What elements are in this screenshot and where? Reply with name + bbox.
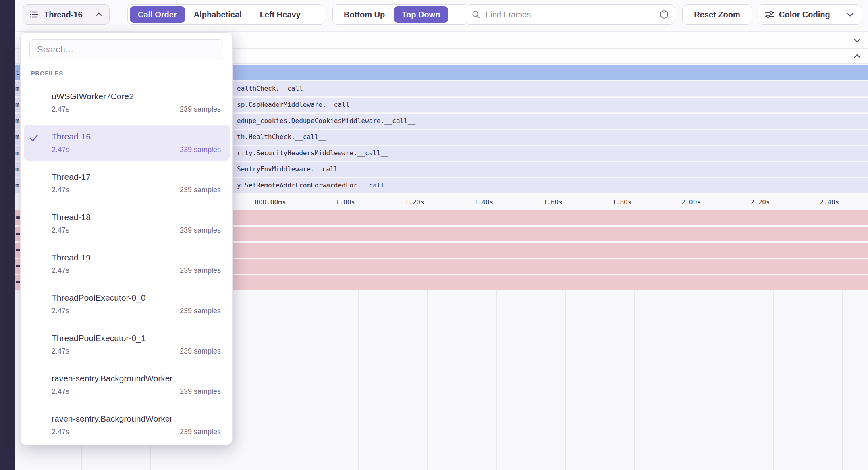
frame-label-left-fragment: m bbox=[15, 165, 19, 173]
profile-duration: 2.47s bbox=[52, 347, 69, 356]
axis-gridline bbox=[634, 290, 635, 470]
profile-sample-count: 239 samples bbox=[180, 266, 221, 275]
sort-call-order-button[interactable]: Call Order bbox=[130, 6, 185, 23]
chevron-up-icon bbox=[94, 10, 104, 19]
profile-list-item[interactable]: ThreadPoolExecutor-0_02.47s239 samples bbox=[21, 283, 233, 323]
sort-left-heavy-button[interactable]: Left Heavy bbox=[251, 10, 309, 19]
dropdown-search-input[interactable] bbox=[29, 39, 223, 60]
profiles-section-label: PROFILES bbox=[31, 70, 63, 77]
color-coding-label: Color Coding bbox=[779, 10, 830, 19]
profile-name: Thread-18 bbox=[52, 212, 91, 223]
frame-label-left-fragment: m bbox=[15, 149, 19, 157]
profile-list-item[interactable]: Thread-182.47s239 samples bbox=[21, 202, 233, 242]
sort-order-group: Call Order Alphabetical Left Heavy bbox=[127, 4, 325, 25]
direction-group: Bottom Up Top Down bbox=[332, 4, 469, 25]
profile-name: raven-sentry.BackgroundWorker bbox=[52, 413, 172, 424]
thread-list-icon bbox=[29, 9, 39, 20]
thread-selector-button[interactable]: Thread-16 bbox=[23, 4, 110, 25]
color-coding-button[interactable]: Color Coding bbox=[758, 4, 862, 25]
axis-gridline bbox=[773, 290, 774, 470]
reset-zoom-button[interactable]: Reset Zoom bbox=[682, 4, 752, 25]
axis-tick-label: 2.20s bbox=[710, 198, 770, 206]
profile-name: Thread-17 bbox=[52, 171, 91, 183]
profile-name: Thread-19 bbox=[52, 252, 91, 263]
profile-name: Thread-16 bbox=[52, 131, 91, 142]
frame-label-left-fragment: m bbox=[15, 85, 19, 93]
profile-list-item[interactable]: raven-sentry.BackgroundWorker2.47s239 sa… bbox=[21, 403, 233, 444]
chevron-down-icon bbox=[845, 10, 855, 19]
axis-gridline bbox=[289, 290, 289, 470]
profile-duration: 2.47s bbox=[52, 105, 69, 114]
axis-tick-label: 1.80s bbox=[571, 198, 631, 206]
profile-sample-count: 239 samples bbox=[180, 347, 221, 356]
frame-label-left-fragment bbox=[16, 233, 20, 235]
chevron-down-icon[interactable] bbox=[852, 35, 862, 46]
axis-gridline bbox=[427, 290, 428, 470]
search-icon bbox=[471, 10, 481, 19]
profile-duration: 2.47s bbox=[52, 146, 69, 154]
frame-label-left-fragment bbox=[16, 281, 20, 283]
frame-label-left-fragment: m bbox=[15, 133, 19, 141]
axis-tick-label: 2.40s bbox=[779, 198, 839, 206]
profile-name: uWSGIWorker7Core2 bbox=[52, 91, 134, 102]
profile-sample-count: 239 samples bbox=[180, 387, 221, 396]
axis-gridline bbox=[842, 290, 843, 470]
frame-label-left-fragment: m bbox=[15, 101, 19, 109]
chevron-up-icon[interactable] bbox=[852, 51, 862, 61]
profile-duration: 2.47s bbox=[52, 307, 69, 315]
profile-sample-count: 239 samples bbox=[180, 105, 221, 114]
profile-name: ThreadPoolExecutor-0_1 bbox=[52, 333, 145, 344]
profile-duration: 2.47s bbox=[52, 226, 69, 235]
axis-gridline bbox=[358, 290, 359, 470]
frame-label-left-fragment bbox=[16, 216, 20, 219]
frame-label: rity.SecurityHeadersMiddleware.__call__ bbox=[237, 149, 388, 157]
axis-tick-label: 1.00s bbox=[295, 198, 355, 206]
profile-sample-count: 239 samples bbox=[180, 146, 221, 154]
sliders-icon bbox=[764, 9, 775, 20]
profile-sample-count: 239 samples bbox=[180, 428, 221, 436]
frame-label: y.SetRemoteAddrFromForwardedFor.__call__ bbox=[237, 181, 392, 189]
profile-list-item[interactable]: Thread-162.47s239 samples bbox=[21, 121, 233, 162]
profile-sample-count: 239 samples bbox=[180, 226, 221, 235]
frame-label-left-fragment bbox=[16, 249, 20, 251]
find-frames-input[interactable] bbox=[485, 10, 659, 20]
axis-tick-label: 1.60s bbox=[502, 198, 563, 206]
info-icon[interactable] bbox=[659, 10, 669, 19]
frame-label: ealthCheck.__call__ bbox=[237, 85, 311, 93]
sort-alphabetical-button[interactable]: Alphabetical bbox=[185, 10, 251, 19]
profile-sample-count: 239 samples bbox=[180, 307, 221, 315]
axis-gridline bbox=[565, 290, 566, 470]
frame-label-left-fragment bbox=[16, 265, 20, 267]
profile-list-item[interactable]: raven-sentry.BackgroundWorker2.47s239 sa… bbox=[21, 363, 233, 403]
frame-label-left-fragment: m bbox=[15, 117, 19, 125]
axis-gridline bbox=[496, 290, 497, 470]
axis-tick-label: 1.20s bbox=[364, 198, 424, 206]
frame-label: edupe_cookies.DedupeCookiesMiddleware.__… bbox=[237, 117, 415, 125]
axis-tick-label: 1.40s bbox=[433, 198, 493, 206]
find-frames-box bbox=[465, 4, 675, 25]
reset-zoom-label: Reset Zoom bbox=[694, 10, 740, 19]
profile-list-item[interactable]: Thread-172.47s239 samples bbox=[21, 162, 233, 202]
side-strip bbox=[0, 0, 15, 470]
axis-tick-label: 800.00ms bbox=[225, 198, 286, 206]
profile-duration: 2.47s bbox=[52, 428, 69, 436]
thread-dropdown-panel: PROFILES uWSGIWorker7Core22.47s239 sampl… bbox=[20, 32, 233, 445]
bottom-up-button[interactable]: Bottom Up bbox=[335, 10, 394, 19]
frame-label: sp.CspHeaderMiddleware.__call__ bbox=[237, 101, 357, 109]
frame-label-left-fragment: t bbox=[15, 69, 19, 77]
selected-item-highlight bbox=[24, 125, 230, 161]
profile-name: raven-sentry.BackgroundWorker bbox=[52, 373, 172, 384]
frame-label: SentryEnvMiddleware.__call__ bbox=[237, 165, 346, 173]
profile-list-item[interactable]: Thread-192.47s239 samples bbox=[21, 242, 233, 283]
top-down-button[interactable]: Top Down bbox=[394, 6, 448, 23]
thread-selector-label: Thread-16 bbox=[44, 10, 83, 19]
checkmark-icon bbox=[28, 132, 40, 144]
profile-list-item[interactable]: uWSGIWorker7Core22.47s239 samples bbox=[21, 81, 233, 121]
axis-gridline bbox=[704, 290, 704, 470]
axis-tick-label: 2.00s bbox=[640, 198, 701, 206]
profile-list-item[interactable]: ThreadPoolExecutor-0_12.47s239 samples bbox=[21, 323, 233, 363]
frame-label-left-fragment: m bbox=[15, 181, 19, 189]
frame-label: th.HealthCheck.__call__ bbox=[237, 133, 326, 141]
profile-duration: 2.47s bbox=[52, 266, 69, 275]
profile-duration: 2.47s bbox=[52, 387, 69, 396]
